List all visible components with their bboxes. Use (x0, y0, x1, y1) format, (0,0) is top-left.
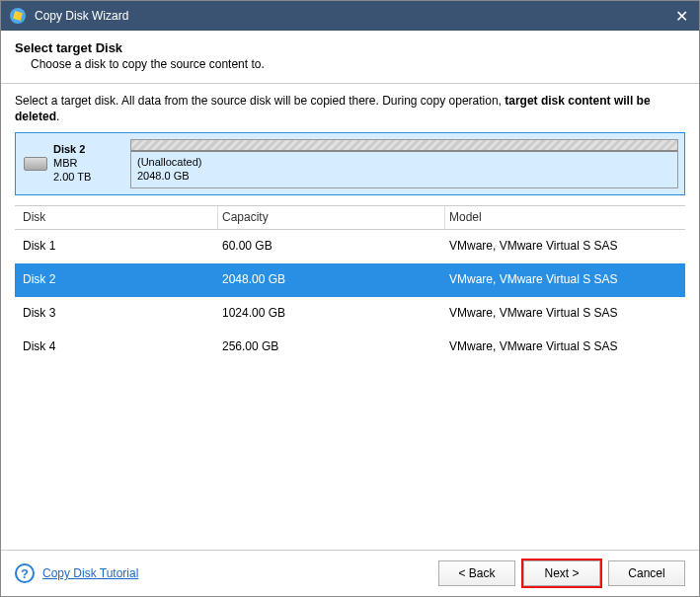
cancel-button[interactable]: Cancel (608, 560, 685, 586)
partition-size: 2048.0 GB (137, 170, 671, 184)
disk-preview-style: MBR (53, 157, 91, 171)
window-title: Copy Disk Wizard (35, 9, 671, 23)
content-area: Select a target disk. All data from the … (1, 84, 699, 550)
disk-preview-text: Disk 2 MBR 2.00 TB (53, 143, 91, 184)
table-body: Disk 160.00 GBVMware, VMware Virtual S S… (15, 230, 685, 364)
back-button[interactable]: < Back (438, 560, 515, 586)
col-header-disk[interactable]: Disk (21, 206, 218, 229)
cell-model: VMware, VMware Virtual S SAS (445, 306, 679, 320)
table-row[interactable]: Disk 4256.00 GBVMware, VMware Virtual S … (15, 331, 685, 364)
next-button[interactable]: Next > (523, 560, 600, 586)
disk-preview-name: Disk 2 (53, 143, 91, 157)
disk-preview-info: Disk 2 MBR 2.00 TB (22, 139, 130, 188)
cell-model: VMware, VMware Virtual S SAS (445, 239, 679, 253)
app-icon (9, 7, 27, 25)
partition-labels: (Unallocated) 2048.0 GB (131, 152, 677, 187)
help-link[interactable]: Copy Disk Tutorial (42, 566, 138, 580)
cell-disk: Disk 1 (21, 239, 218, 253)
wizard-header: Select target Disk Choose a disk to copy… (1, 31, 699, 84)
warning-prefix: Select a target disk. All data from the … (15, 94, 505, 108)
cell-model: VMware, VMware Virtual S SAS (445, 339, 679, 353)
table-row[interactable]: Disk 31024.00 GBVMware, VMware Virtual S… (15, 297, 685, 331)
cell-disk: Disk 4 (21, 339, 218, 353)
cell-capacity: 1024.00 GB (218, 306, 445, 320)
page-subtitle: Choose a disk to copy the source content… (15, 57, 685, 71)
table-row[interactable]: Disk 22048.00 GBVMware, VMware Virtual S… (15, 263, 685, 297)
cell-capacity: 256.00 GB (218, 339, 445, 353)
disk-preview-panel: Disk 2 MBR 2.00 TB (Unallocated) 2048.0 … (15, 132, 685, 195)
help-icon[interactable]: ? (15, 563, 35, 583)
hard-disk-icon (24, 157, 47, 171)
col-header-capacity[interactable]: Capacity (218, 206, 445, 229)
table-header-row: Disk Capacity Model (15, 206, 685, 230)
disk-table: Disk Capacity Model Disk 160.00 GBVMware… (15, 205, 685, 550)
wizard-footer: ? Copy Disk Tutorial < Back Next > Cance… (1, 550, 699, 596)
cell-capacity: 2048.00 GB (218, 272, 445, 286)
warning-suffix: . (56, 110, 59, 123)
partition-label: (Unallocated) (137, 156, 671, 170)
partition-stripe (131, 140, 677, 152)
disk-preview-partition: (Unallocated) 2048.0 GB (130, 139, 678, 188)
page-title: Select target Disk (15, 40, 685, 55)
cell-disk: Disk 3 (21, 306, 218, 320)
titlebar: Copy Disk Wizard ✕ (1, 1, 699, 31)
cell-model: VMware, VMware Virtual S SAS (445, 272, 679, 286)
cell-disk: Disk 2 (21, 272, 218, 286)
col-header-model[interactable]: Model (445, 206, 679, 229)
close-icon[interactable]: ✕ (671, 7, 691, 26)
cell-capacity: 60.00 GB (218, 239, 445, 253)
table-row[interactable]: Disk 160.00 GBVMware, VMware Virtual S S… (15, 230, 685, 263)
warning-text: Select a target disk. All data from the … (15, 94, 685, 124)
disk-preview-size: 2.00 TB (53, 171, 91, 185)
